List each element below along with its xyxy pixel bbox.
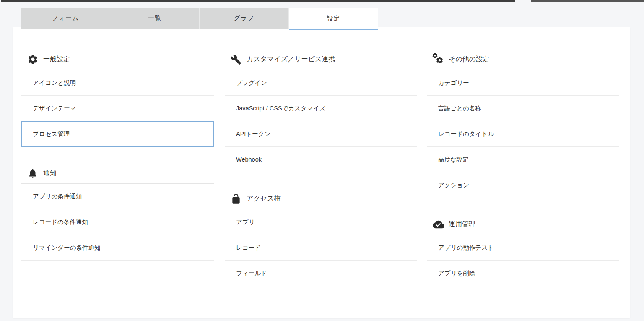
section-notifications: 通知 アプリの条件通知 レコードの条件通知 リマインダーの条件通知 bbox=[21, 163, 214, 261]
menu-item-advanced-settings[interactable]: 高度な設定 bbox=[427, 147, 619, 172]
window-top-strip bbox=[0, 0, 644, 2]
menu-item-app-condition-notifications[interactable]: アプリの条件通知 bbox=[21, 184, 214, 209]
cloud-check-icon bbox=[433, 219, 445, 230]
section-header-permissions: アクセス権 bbox=[225, 188, 417, 209]
section-header-general: 一般設定 bbox=[21, 49, 214, 70]
settings-panel: 一般設定 アイコンと説明 デザインテーマ プロセス管理 通知 アプリの条件通知 … bbox=[13, 27, 630, 318]
menu-item-app-permissions[interactable]: アプリ bbox=[225, 209, 417, 235]
section-customize: カスタマイズ／サービス連携 プラグイン JavaScript / CSSでカスタ… bbox=[225, 27, 417, 172]
section-title: 通知 bbox=[43, 169, 57, 177]
section-permissions: アクセス権 アプリ レコード フィールド bbox=[225, 188, 417, 286]
section-header-operations: 運用管理 bbox=[427, 214, 619, 235]
gears-icon bbox=[433, 54, 445, 65]
section-title: カスタマイズ／サービス連携 bbox=[247, 55, 335, 64]
menu-item-api-token[interactable]: APIトークン bbox=[225, 121, 417, 147]
gear-icon bbox=[27, 54, 40, 65]
menu-item-delete-app[interactable]: アプリを削除 bbox=[427, 261, 619, 286]
menu-item-js-css-customize[interactable]: JavaScript / CSSでカスタマイズ bbox=[225, 96, 417, 121]
section-general-settings: 一般設定 アイコンと説明 デザインテーマ プロセス管理 bbox=[21, 27, 214, 147]
menu-item-icon-description[interactable]: アイコンと説明 bbox=[21, 70, 214, 96]
menu-item-field-permissions[interactable]: フィールド bbox=[225, 261, 417, 286]
tab-settings[interactable]: 設定 bbox=[289, 8, 378, 30]
section-title: アクセス権 bbox=[247, 194, 281, 203]
section-header-customize: カスタマイズ／サービス連携 bbox=[225, 49, 417, 70]
tab-list[interactable]: 一覧 bbox=[110, 8, 200, 29]
menu-item-process-management[interactable]: プロセス管理 bbox=[21, 121, 214, 147]
top-strip-right-segment bbox=[531, 0, 644, 2]
app-settings-tab-bar: フォーム 一覧 グラフ 設定 bbox=[21, 8, 378, 30]
settings-column-2: カスタマイズ／サービス連携 プラグイン JavaScript / CSSでカスタ… bbox=[225, 27, 417, 286]
tab-graph[interactable]: グラフ bbox=[200, 8, 289, 29]
menu-item-plugins[interactable]: プラグイン bbox=[225, 70, 417, 96]
lock-open-icon bbox=[231, 193, 243, 204]
menu-item-actions[interactable]: アクション bbox=[427, 172, 619, 198]
menu-item-record-condition-notifications[interactable]: レコードの条件通知 bbox=[21, 209, 214, 235]
section-header-notifications: 通知 bbox=[21, 163, 214, 184]
top-strip-left-segment bbox=[1, 0, 515, 2]
section-title: 一般設定 bbox=[43, 55, 70, 64]
wrench-icon bbox=[231, 54, 243, 65]
section-operations: 運用管理 アプリの動作テスト アプリを削除 bbox=[427, 214, 619, 286]
bell-icon bbox=[27, 168, 40, 179]
menu-item-categories[interactable]: カテゴリー bbox=[427, 70, 619, 96]
menu-item-record-title[interactable]: レコードのタイトル bbox=[427, 121, 619, 147]
section-title: その他の設定 bbox=[449, 55, 489, 64]
settings-column-3: その他の設定 カテゴリー 言語ごとの名称 レコードのタイトル 高度な設定 アクシ… bbox=[427, 27, 619, 286]
menu-item-record-permissions[interactable]: レコード bbox=[225, 235, 417, 261]
settings-column-1: 一般設定 アイコンと説明 デザインテーマ プロセス管理 通知 アプリの条件通知 … bbox=[21, 27, 214, 261]
menu-item-localized-names[interactable]: 言語ごとの名称 bbox=[427, 96, 619, 121]
section-header-other: その他の設定 bbox=[427, 49, 619, 70]
menu-item-design-theme[interactable]: デザインテーマ bbox=[21, 96, 214, 121]
section-title: 運用管理 bbox=[449, 220, 475, 229]
section-other-settings: その他の設定 カテゴリー 言語ごとの名称 レコードのタイトル 高度な設定 アクシ… bbox=[427, 27, 619, 198]
menu-item-reminder-notifications[interactable]: リマインダーの条件通知 bbox=[21, 235, 214, 261]
tab-form[interactable]: フォーム bbox=[21, 8, 110, 29]
menu-item-app-test[interactable]: アプリの動作テスト bbox=[427, 235, 619, 261]
menu-item-webhook[interactable]: Webhook bbox=[225, 147, 417, 172]
